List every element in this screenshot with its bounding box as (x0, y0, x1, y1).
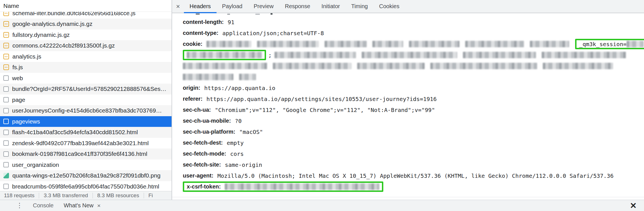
network-request-panel: Name <>schemaFilter.bundle.d0fc84c62e956… (0, 0, 172, 200)
header-row: cookie:_qm3k_session= (183, 39, 644, 50)
tab-response[interactable]: Response (279, 0, 316, 13)
square-icon (3, 86, 9, 92)
script-icon: <> (3, 43, 9, 48)
script-icon: <> (3, 12, 9, 16)
drawer-tab-console[interactable]: Console (33, 202, 53, 209)
script-icon: <> (3, 32, 9, 38)
redacted-blur (542, 52, 626, 58)
tab-timing[interactable]: Timing (346, 0, 373, 13)
redacted-blur (357, 63, 425, 69)
request-row[interactable]: user_organization (0, 160, 172, 170)
square-icon (3, 151, 9, 157)
request-row[interactable]: <>fs.js (0, 62, 172, 73)
redacted-blur (183, 74, 233, 80)
square-icon (3, 162, 9, 167)
header-row: sec-ch-ua:"Chromium";v="112", "Google Ch… (183, 104, 644, 115)
request-name: fullstory.dynamic.js.gz (12, 32, 70, 38)
redacted-blur (627, 41, 643, 47)
header-name: sec-ch-ua-mobile: (183, 118, 231, 124)
request-name: breadcrumbs-059f8fe6a995cbf064fac75507bd… (12, 183, 159, 190)
network-status-bar: 118 requests3.3 MB transferred8.3 MB res… (0, 191, 172, 200)
name-column-header[interactable]: Name (0, 0, 172, 12)
redacted-blur (206, 41, 251, 47)
header-row: sec-ch-ua-platform:"macOS" (183, 126, 644, 137)
request-row[interactable]: <>schemaFilter.bundle.d0fc84c62e956d168c… (0, 12, 172, 19)
square-icon (3, 75, 9, 81)
whats-new-close-icon[interactable]: × (97, 202, 100, 209)
request-row[interactable]: quanta-wings-e12e507b206fc8a19a29c872f09… (0, 170, 172, 181)
header-row: user-agent:Mozilla/5.0 (Macintosh; Intel… (183, 170, 644, 181)
header-name: sec-ch-ua: (183, 107, 211, 113)
close-detail-icon[interactable]: × (172, 0, 184, 13)
request-name: zendesk-9df0492c077fbab139aef442ab3e3021… (12, 140, 149, 147)
request-name: analytics.js (12, 53, 41, 60)
request-row[interactable]: <>google-analytics.dynamic.js.gz (0, 19, 172, 30)
request-name: fs.js (12, 64, 23, 71)
request-row[interactable]: web (0, 73, 172, 84)
tab-headers[interactable]: Headers (184, 0, 217, 13)
request-headers-list: content-length:91content-type:applicatio… (172, 13, 644, 192)
header-name: sec-fetch-mode: (183, 151, 226, 157)
drawer-tab-whats-new[interactable]: What's New (64, 202, 93, 209)
request-row[interactable]: <>commons.c42222c4cb2f8913500f.js.gz (0, 40, 172, 51)
header-row: sec-fetch-site:same-origin (183, 159, 644, 170)
redacted-blur (239, 74, 256, 80)
script-icon: <> (3, 21, 9, 27)
cookie-session-key: _qm3k_session= (579, 41, 627, 48)
header-row: referer:https://app.quanta.io/app/settin… (183, 93, 644, 104)
request-name: user_organization (12, 161, 59, 168)
redacted-blur (362, 52, 457, 58)
drawer-menu-icon[interactable]: ⋮ (16, 202, 23, 209)
redacted-blur (225, 183, 379, 190)
header-value: cors (230, 151, 244, 157)
tab-cookies[interactable]: Cookies (373, 0, 405, 13)
request-row[interactable]: <>fullstory.dynamic.js.gz (0, 30, 172, 41)
redacted-blur (273, 63, 352, 69)
request-row[interactable]: userJourneysConfig-e4154d6cb6ce837bfba3d… (0, 105, 172, 116)
header-name: sec-ch-ua-platform: (183, 129, 235, 135)
header-value: "macOS" (239, 129, 263, 135)
header-value: empty (227, 140, 244, 146)
status-item: Fi (144, 193, 157, 198)
highlight-box: x-csrf-token: (183, 181, 383, 192)
square-icon (3, 108, 9, 113)
request-row[interactable]: pageviews (0, 116, 172, 127)
redacted-blur (183, 63, 267, 69)
request-row[interactable]: flash-4c1ba40af3cc5d94efcfa340cdd81502.h… (0, 127, 172, 138)
request-row[interactable]: breadcrumbs-059f8fe6a995cbf064fac75507bd… (0, 181, 172, 191)
redacted-blur (530, 41, 569, 47)
request-name: page (12, 96, 25, 103)
request-row[interactable]: bookmark-01987f981ca9ce41ff370f35fe6f413… (0, 149, 172, 160)
drawer-close-icon[interactable]: ✕ (630, 201, 637, 210)
highlight-box (183, 50, 266, 60)
header-value: Mozilla/5.0 (Macintosh; Intel Mac OS X 1… (217, 172, 614, 179)
tab-initiator[interactable]: Initiator (316, 0, 346, 13)
header-value: 91 (228, 19, 235, 26)
header-value: https://app.quanta.io/app/settings/sites… (206, 96, 437, 102)
request-name: quanta-wings-e12e507b206fc8a19a29c872f09… (12, 172, 161, 179)
header-row: origin:https://app.quanta.io (183, 82, 644, 93)
header-row: ; (183, 50, 644, 60)
header-row: content-length:91 (183, 17, 644, 28)
header-row (183, 71, 644, 82)
request-name: flash-4c1ba40af3cc5d94efcfa340cdd81502.h… (12, 129, 138, 136)
square-icon (3, 130, 9, 135)
request-name: userJourneysConfig-e4154d6cb6ce837bfba3d… (12, 107, 162, 114)
header-value: same-origin (225, 161, 262, 168)
request-row[interactable]: page (0, 95, 172, 106)
tab-preview[interactable]: Preview (248, 0, 279, 13)
cookie-separator: ; (268, 52, 272, 59)
request-row[interactable]: <>analytics.js (0, 51, 172, 62)
header-value: https://app.quanta.io (204, 85, 275, 91)
tab-payload[interactable]: Payload (217, 0, 248, 13)
request-row[interactable]: bundle?OrgId=2RF57&UserId=57852902128885… (0, 84, 172, 95)
request-row[interactable]: zendesk-9df0492c077fbab139aef442ab3e3021… (0, 138, 172, 149)
header-name: sec-fetch-site: (183, 161, 221, 168)
highlight-box: _qm3k_session= (575, 39, 644, 49)
header-row (183, 60, 644, 71)
header-name: referer: (183, 96, 202, 102)
request-name: schemaFilter.bundle.d0fc84c62e956d168cce… (12, 12, 136, 17)
header-value: application/json;charset=UTF-8 (222, 30, 324, 37)
header-row: sec-fetch-mode:cors (183, 148, 644, 159)
request-name: bundle?OrgId=2RF57&UserId=57852902128885… (12, 86, 166, 92)
